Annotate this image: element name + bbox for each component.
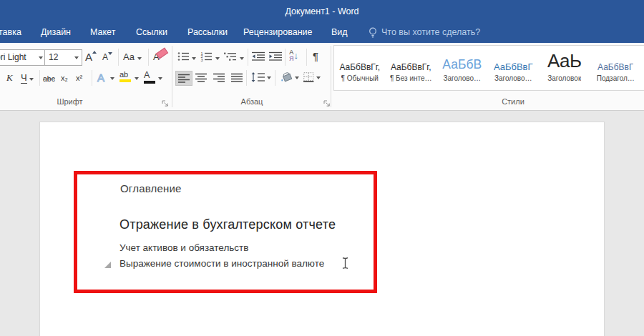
shading-button[interactable]: [280, 71, 294, 82]
show-marks-button[interactable]: ¶: [313, 50, 318, 62]
styles-gallery: АаБбВвГг, ¶ Обычный АаБбВвГг, ¶ Без инте…: [333, 45, 644, 91]
align-left-button[interactable]: [175, 71, 192, 86]
numbering-icon: 123: [200, 51, 213, 61]
strikethrough-button[interactable]: abc: [43, 74, 55, 83]
font-color-glyph: А: [144, 70, 150, 80]
ribbon: bri Light 12 А А Аа А К Ч abc: [0, 43, 644, 111]
paragraph-dialog-launcher[interactable]: [323, 100, 331, 107]
eraser-icon: [156, 48, 168, 59]
chevron-down-icon[interactable]: [39, 56, 43, 59]
increase-indent-button[interactable]: [269, 51, 283, 61]
chevron-down-icon[interactable]: [74, 56, 79, 59]
chevron-down-icon[interactable]: [267, 76, 271, 79]
chevron-down-icon[interactable]: [295, 76, 299, 79]
align-right-button[interactable]: [213, 73, 225, 82]
shrink-font-glyph: А: [102, 52, 108, 62]
tab-view[interactable]: Вид: [331, 27, 348, 37]
caret-up-icon: [92, 51, 97, 54]
font-color-button[interactable]: А: [144, 70, 155, 84]
style-label: ¶ Обычный: [341, 74, 379, 82]
style-sample: АаЬ: [547, 48, 582, 72]
font-size-value: 12: [49, 52, 58, 62]
subscript-button[interactable]: х₂: [61, 74, 68, 82]
text-effects-button[interactable]: А: [97, 71, 104, 84]
style-label: Заголово…: [443, 74, 481, 82]
tab-insert-partial[interactable]: тавка: [0, 27, 21, 37]
grow-font-button[interactable]: А: [85, 51, 97, 63]
paint-bucket-icon: [280, 71, 294, 82]
style-no-spacing[interactable]: АаБбВвГг, ¶ Без инте…: [386, 46, 437, 90]
bullets-button[interactable]: [177, 51, 190, 61]
style-label: Подзагол…: [597, 74, 635, 82]
highlight-glyph: ab: [119, 70, 128, 79]
chevron-down-icon[interactable]: [240, 57, 244, 60]
align-center-button[interactable]: [195, 73, 207, 82]
multilevel-list-icon: [224, 51, 237, 61]
style-heading2[interactable]: АаБбВвГ Заголово…: [488, 46, 540, 90]
tab-mailings[interactable]: Рассылки: [187, 27, 228, 37]
chevron-down-icon: [137, 57, 142, 60]
chevron-down-icon[interactable]: [158, 77, 162, 80]
svg-text:3: 3: [201, 58, 203, 61]
chevron-down-icon[interactable]: [215, 57, 220, 60]
align-right-icon: [213, 73, 225, 82]
grow-font-glyph: А: [85, 51, 92, 63]
chevron-down-icon[interactable]: [110, 77, 114, 80]
style-label: ¶ Без инте…: [390, 74, 432, 82]
document-page[interactable]: Оглавление Отражение в бухгалтерском отч…: [39, 122, 605, 336]
bullets-icon: [177, 51, 190, 61]
justify-button[interactable]: [231, 73, 243, 82]
clear-formatting-button[interactable]: А: [153, 49, 167, 65]
font-color-bar: [144, 81, 155, 84]
document-area: Оглавление Отражение в бухгалтерском отч…: [0, 111, 644, 336]
decrease-indent-button[interactable]: [252, 51, 265, 61]
style-label: Заголово…: [494, 74, 532, 82]
title-bar: Документ1 - Word: [0, 0, 644, 23]
italic-button[interactable]: К: [6, 72, 13, 84]
chevron-down-icon: [29, 78, 34, 81]
style-sample: АаБбВвГ: [597, 48, 633, 72]
tab-references[interactable]: Ссылки: [136, 27, 167, 37]
align-left-icon: [178, 74, 190, 83]
style-sample: АаБбВвГг,: [391, 48, 431, 72]
line-spacing-icon: [251, 72, 265, 82]
tab-review[interactable]: Рецензирование: [243, 27, 313, 37]
highlight-color-button[interactable]: ab: [119, 70, 131, 82]
decrease-indent-icon: [252, 51, 265, 61]
font-dialog-launcher[interactable]: [162, 100, 169, 107]
font-group-label: Шрифт: [0, 97, 172, 106]
chevron-down-icon[interactable]: [135, 77, 139, 80]
numbering-button[interactable]: 123: [200, 51, 213, 61]
change-case-button[interactable]: Аа: [123, 51, 142, 62]
chevron-down-icon[interactable]: [316, 76, 321, 79]
multilevel-list-button[interactable]: [224, 51, 237, 61]
change-case-glyph: Аа: [123, 51, 135, 62]
style-title[interactable]: АаЬ Заголовок: [539, 46, 590, 90]
font-size-combobox[interactable]: 12: [44, 49, 82, 66]
underline-button[interactable]: Ч: [21, 72, 34, 83]
underline-glyph: Ч: [21, 72, 27, 84]
shrink-font-button[interactable]: А: [102, 52, 112, 62]
sort-button[interactable]: А Я ↓: [289, 49, 298, 62]
font-name-combobox[interactable]: bri Light: [0, 49, 47, 66]
style-normal[interactable]: АаБбВвГг, ¶ Обычный: [334, 46, 386, 90]
caret-down-icon: [108, 52, 112, 55]
style-sample: АаБбВвГг,: [339, 48, 380, 72]
line-spacing-button[interactable]: [251, 72, 265, 82]
justify-icon: [231, 73, 243, 82]
ribbon-tab-bar: тавка Дизайн Макет Ссылки Рассылки Рецен…: [0, 23, 644, 43]
tell-me-box[interactable]: Что вы хотите сделать?: [381, 27, 480, 37]
window-title: Документ1 - Word: [0, 6, 644, 16]
borders-icon: [303, 72, 314, 82]
paragraph-group-label: Абзац: [172, 97, 332, 106]
style-heading1[interactable]: АаБбВ Заголово…: [436, 46, 488, 90]
style-subtitle[interactable]: АаБбВвГ Подзагол…: [590, 46, 642, 90]
align-center-icon: [195, 73, 207, 82]
lightbulb-icon: [368, 26, 378, 39]
chevron-down-icon[interactable]: [192, 57, 196, 60]
annotation-rectangle: [74, 171, 377, 293]
superscript-button[interactable]: х²: [76, 74, 82, 82]
tab-design[interactable]: Дизайн: [41, 27, 71, 37]
tab-layout[interactable]: Макет: [90, 27, 115, 37]
borders-button[interactable]: [303, 72, 314, 82]
